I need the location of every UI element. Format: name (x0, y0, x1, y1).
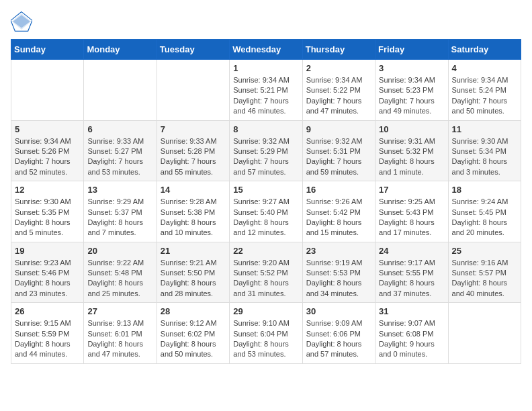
calendar-cell: 18Sunrise: 9:24 AMSunset: 5:45 PMDayligh… (448, 181, 521, 242)
calendar-cell (11, 60, 84, 121)
day-info: Sunrise: 9:21 AMSunset: 5:50 PMDaylight:… (161, 258, 226, 300)
calendar-cell: 31Sunrise: 9:07 AMSunset: 6:08 PMDayligh… (375, 303, 448, 364)
weekday-header-sunday: Sunday (11, 40, 84, 60)
logo-icon (11, 11, 32, 32)
calendar-cell: 19Sunrise: 9:23 AMSunset: 5:46 PMDayligh… (11, 242, 84, 303)
calendar-cell: 23Sunrise: 9:19 AMSunset: 5:53 PMDayligh… (302, 242, 375, 303)
calendar-week-row: 5Sunrise: 9:34 AMSunset: 5:26 PMDaylight… (11, 120, 521, 181)
calendar-cell: 29Sunrise: 9:10 AMSunset: 6:04 PMDayligh… (230, 303, 302, 364)
day-number: 9 (306, 124, 371, 134)
day-info: Sunrise: 9:34 AMSunset: 5:26 PMDaylight:… (15, 136, 80, 178)
day-number: 6 (87, 124, 152, 134)
calendar-cell (448, 303, 521, 364)
day-info: Sunrise: 9:07 AMSunset: 6:08 PMDaylight:… (379, 318, 444, 360)
day-number: 21 (161, 246, 226, 256)
day-info: Sunrise: 9:09 AMSunset: 6:06 PMDaylight:… (306, 318, 371, 360)
calendar-cell: 24Sunrise: 9:17 AMSunset: 5:55 PMDayligh… (375, 242, 448, 303)
day-number: 26 (15, 306, 80, 316)
day-info: Sunrise: 9:30 AMSunset: 5:35 PMDaylight:… (15, 197, 80, 238)
calendar-cell: 26Sunrise: 9:15 AMSunset: 5:59 PMDayligh… (11, 303, 84, 364)
calendar-cell: 8Sunrise: 9:32 AMSunset: 5:29 PMDaylight… (230, 120, 302, 181)
day-info: Sunrise: 9:33 AMSunset: 5:28 PMDaylight:… (161, 136, 226, 178)
day-number: 24 (379, 246, 444, 256)
calendar-cell: 28Sunrise: 9:12 AMSunset: 6:02 PMDayligh… (157, 303, 229, 364)
day-number: 23 (306, 246, 371, 256)
day-number: 31 (379, 306, 444, 316)
calendar-cell: 9Sunrise: 9:32 AMSunset: 5:31 PMDaylight… (302, 120, 375, 181)
day-number: 19 (15, 246, 80, 256)
day-info: Sunrise: 9:34 AMSunset: 5:24 PMDaylight:… (452, 75, 517, 117)
day-number: 11 (452, 124, 517, 134)
day-info: Sunrise: 9:32 AMSunset: 5:29 PMDaylight:… (233, 136, 298, 178)
calendar-cell: 17Sunrise: 9:25 AMSunset: 5:43 PMDayligh… (375, 181, 448, 242)
weekday-header-friday: Friday (375, 40, 448, 60)
day-info: Sunrise: 9:16 AMSunset: 5:57 PMDaylight:… (452, 258, 517, 300)
calendar-cell: 11Sunrise: 9:30 AMSunset: 5:34 PMDayligh… (448, 120, 521, 181)
day-info: Sunrise: 9:31 AMSunset: 5:32 PMDaylight:… (379, 136, 444, 178)
day-info: Sunrise: 9:28 AMSunset: 5:38 PMDaylight:… (161, 197, 226, 238)
calendar-cell: 4Sunrise: 9:34 AMSunset: 5:24 PMDaylight… (448, 60, 521, 121)
calendar-cell: 7Sunrise: 9:33 AMSunset: 5:28 PMDaylight… (157, 120, 229, 181)
day-number: 1 (233, 63, 298, 73)
day-info: Sunrise: 9:12 AMSunset: 6:02 PMDaylight:… (161, 318, 226, 360)
day-number: 14 (161, 185, 226, 195)
day-number: 22 (233, 246, 298, 256)
weekday-header-monday: Monday (84, 40, 157, 60)
calendar-cell (157, 60, 229, 121)
calendar-cell: 15Sunrise: 9:27 AMSunset: 5:40 PMDayligh… (230, 181, 302, 242)
calendar-cell: 3Sunrise: 9:34 AMSunset: 5:23 PMDaylight… (375, 60, 448, 121)
day-number: 20 (87, 246, 152, 256)
day-info: Sunrise: 9:20 AMSunset: 5:52 PMDaylight:… (233, 258, 298, 300)
day-info: Sunrise: 9:24 AMSunset: 5:45 PMDaylight:… (452, 197, 517, 238)
calendar-week-row: 26Sunrise: 9:15 AMSunset: 5:59 PMDayligh… (11, 303, 521, 364)
page-header (11, 11, 521, 32)
day-number: 28 (161, 306, 226, 316)
calendar-cell: 22Sunrise: 9:20 AMSunset: 5:52 PMDayligh… (230, 242, 302, 303)
day-info: Sunrise: 9:22 AMSunset: 5:48 PMDaylight:… (87, 258, 152, 300)
calendar-table: SundayMondayTuesdayWednesdayThursdayFrid… (11, 39, 521, 364)
calendar-cell: 5Sunrise: 9:34 AMSunset: 5:26 PMDaylight… (11, 120, 84, 181)
calendar-cell: 30Sunrise: 9:09 AMSunset: 6:06 PMDayligh… (302, 303, 375, 364)
day-number: 10 (379, 124, 444, 134)
day-info: Sunrise: 9:10 AMSunset: 6:04 PMDaylight:… (233, 318, 298, 360)
day-number: 17 (379, 185, 444, 195)
calendar-cell: 16Sunrise: 9:26 AMSunset: 5:42 PMDayligh… (302, 181, 375, 242)
day-number: 2 (306, 63, 371, 73)
calendar-cell: 2Sunrise: 9:34 AMSunset: 5:22 PMDaylight… (302, 60, 375, 121)
day-number: 3 (379, 63, 444, 73)
calendar-cell: 1Sunrise: 9:34 AMSunset: 5:21 PMDaylight… (230, 60, 302, 121)
day-number: 13 (87, 185, 152, 195)
weekday-header-row: SundayMondayTuesdayWednesdayThursdayFrid… (11, 40, 521, 60)
day-number: 15 (233, 185, 298, 195)
weekday-header-tuesday: Tuesday (157, 40, 229, 60)
calendar-cell: 21Sunrise: 9:21 AMSunset: 5:50 PMDayligh… (157, 242, 229, 303)
day-info: Sunrise: 9:32 AMSunset: 5:31 PMDaylight:… (306, 136, 371, 178)
day-info: Sunrise: 9:17 AMSunset: 5:55 PMDaylight:… (379, 258, 444, 300)
day-number: 16 (306, 185, 371, 195)
calendar-cell (84, 60, 157, 121)
calendar-cell: 27Sunrise: 9:13 AMSunset: 6:01 PMDayligh… (84, 303, 157, 364)
day-number: 25 (452, 246, 517, 256)
calendar-week-row: 12Sunrise: 9:30 AMSunset: 5:35 PMDayligh… (11, 181, 521, 242)
weekday-header-thursday: Thursday (302, 40, 375, 60)
day-number: 27 (87, 306, 152, 316)
day-number: 5 (15, 124, 80, 134)
calendar-cell: 13Sunrise: 9:29 AMSunset: 5:37 PMDayligh… (84, 181, 157, 242)
day-info: Sunrise: 9:30 AMSunset: 5:34 PMDaylight:… (452, 136, 517, 178)
day-info: Sunrise: 9:15 AMSunset: 5:59 PMDaylight:… (15, 318, 80, 360)
day-info: Sunrise: 9:29 AMSunset: 5:37 PMDaylight:… (87, 197, 152, 238)
calendar-week-row: 19Sunrise: 9:23 AMSunset: 5:46 PMDayligh… (11, 242, 521, 303)
calendar-week-row: 1Sunrise: 9:34 AMSunset: 5:21 PMDaylight… (11, 60, 521, 121)
day-info: Sunrise: 9:26 AMSunset: 5:42 PMDaylight:… (306, 197, 371, 238)
weekday-header-wednesday: Wednesday (230, 40, 302, 60)
day-info: Sunrise: 9:23 AMSunset: 5:46 PMDaylight:… (15, 258, 80, 300)
day-number: 18 (452, 185, 517, 195)
day-info: Sunrise: 9:27 AMSunset: 5:40 PMDaylight:… (233, 197, 298, 238)
calendar-cell: 6Sunrise: 9:33 AMSunset: 5:27 PMDaylight… (84, 120, 157, 181)
calendar-cell: 20Sunrise: 9:22 AMSunset: 5:48 PMDayligh… (84, 242, 157, 303)
day-info: Sunrise: 9:34 AMSunset: 5:22 PMDaylight:… (306, 75, 371, 117)
day-number: 30 (306, 306, 371, 316)
day-info: Sunrise: 9:25 AMSunset: 5:43 PMDaylight:… (379, 197, 444, 238)
day-number: 8 (233, 124, 298, 134)
day-number: 12 (15, 185, 80, 195)
